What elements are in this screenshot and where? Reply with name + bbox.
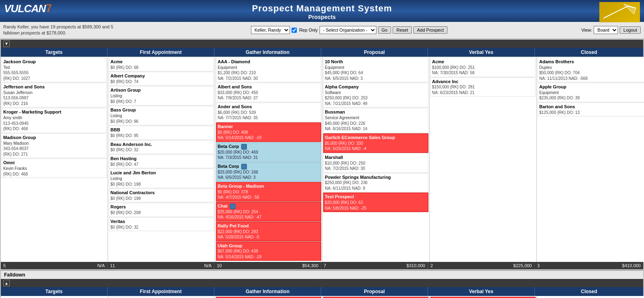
prospect-card[interactable]: Albert Company $0 {RK} DO: 74 — [109, 72, 214, 86]
prospect-card[interactable]: Madison Group Mary Madison 343-554-8037 … — [2, 133, 107, 158]
prospect-card[interactable]: Garlich ECommerce Sales Group $5,000 {RK… — [323, 133, 428, 153]
footer-targets: 5N/A — [1, 262, 108, 269]
prospect-card[interactable]: Rogers $0 {RK} DO: 208 — [109, 203, 214, 217]
falldown-toggle-button[interactable]: ▲ — [3, 280, 10, 286]
prospect-card[interactable]: Artison Group Listing $0 {RK} DO: 7 — [109, 86, 214, 105]
main-section-toggle-row: ▼ — [1, 40, 643, 48]
fd-closed-column: No Prospects Found — [537, 296, 644, 298]
go-button[interactable]: Go — [378, 26, 391, 34]
fd-first-appt-column: Art Paper $0 {RK} DO: 68 Luc Mailloux $6… — [108, 296, 215, 298]
rep-select[interactable]: Keller, Randy — [251, 26, 290, 34]
prospect-card[interactable]: Alpha Company Software $250,000 {RK} DO:… — [323, 83, 428, 107]
prospect-card[interactable]: Adams Brothers Duplex $50,000 {RK} DO: 7… — [538, 58, 644, 82]
fd-col-header-gather: Gather Information — [214, 287, 321, 296]
logo: VULCAN7 — [4, 2, 52, 15]
prospect-card[interactable]: Jefferson and Sons Susan Jefferson 513-5… — [2, 83, 107, 107]
prospect-card[interactable]: Acme $100,000 {RK} DO: 251 NA: 7/30/2015… — [430, 58, 536, 77]
prospect-card[interactable]: Bass Group Listing $0 {RK} DO: 96 — [109, 106, 214, 125]
drag-icon[interactable] — [230, 204, 236, 209]
logo-number: 7 — [45, 2, 52, 15]
prospect-card[interactable]: Lucie and Jim Berton Listing $0 {RK} DO:… — [109, 169, 214, 188]
app-subtitle: Prospects — [0, 14, 644, 20]
main-col-headers: Targets First Appointment Gather Informa… — [1, 48, 643, 57]
prospect-card[interactable]: Kroger - Marketing Support Amy smith 513… — [2, 108, 107, 133]
fd-proposal-column: Garlich ECommerce Sales Group $5,000 {RK… — [322, 296, 429, 298]
rep-only-label: Rep Only — [299, 28, 318, 32]
app-title: Prospect Management System — [0, 3, 644, 14]
prospect-card[interactable]: Utah Group $67,000 {RK} DO: 438 NA: 5/14… — [216, 242, 321, 261]
falldown-board-grid: No Prospects Found Art Paper $0 {RK} DO:… — [1, 296, 643, 298]
user-message: Randy Keller, you have 19 prospects at $… — [3, 24, 117, 36]
prospect-card[interactable]: Marshall $10,000 {RK} DO: 250 NA: 7/2/20… — [323, 153, 428, 173]
falldown-toggle-row: ▲ — [1, 279, 643, 287]
col-header-first-appt: First Appointment — [108, 48, 214, 57]
targets-column: Jackson Group Ted 555-555-5555 {RK} DO: … — [1, 57, 108, 262]
footer-first-appt: 11N/A — [108, 262, 214, 269]
main-toggle-button[interactable]: ▼ — [3, 41, 10, 47]
svg-marker-0 — [624, 4, 636, 14]
main-footer-row: 5N/A 11N/A 10$54,300 7$310,000 2$225,000… — [1, 262, 643, 269]
rep-only-checkbox[interactable] — [292, 28, 297, 33]
prospect-card[interactable]: Beau Anderson Inc. $0 {RK} DO: 32 — [109, 140, 214, 154]
footer-gather: 10$54,300 — [214, 262, 321, 269]
toolbar-center: Keller, Randy Rep Only - Select Organiza… — [251, 26, 447, 34]
footer-verbal: 2$225,000 — [428, 262, 535, 269]
closed-column: Adams Brothers Duplex $50,000 {RK} DO: 7… — [537, 57, 644, 262]
first-appt-column: Acme $0 {RK} DO: 68 Albert Company $0 {R… — [108, 57, 215, 262]
prospect-card[interactable]: Veritas $0 {RK} DO: 32 — [109, 217, 214, 231]
main-board-grid: Jackson Group Ted 555-555-5555 {RK} DO: … — [1, 57, 643, 262]
prospect-card[interactable]: Bussman Service Agreement $40,000 {RK} D… — [323, 108, 428, 133]
reset-button[interactable]: Reset — [393, 26, 412, 34]
fd-targets-column: No Prospects Found — [1, 296, 108, 298]
logout-button[interactable]: Logout — [620, 26, 641, 34]
prospect-card[interactable]: Banner $0 {RK} DO: 408 NA: 5/14/2015 NAD… — [216, 122, 321, 142]
prospect-card[interactable]: Ander and Sons $6,000 {RK} DO: 539 NA: 7… — [216, 103, 321, 122]
prospect-card[interactable]: Beta Corp $20,000 {RK} DO: 469 NA: 7/3/2… — [216, 142, 321, 162]
falldown-label: Falldown — [1, 270, 643, 279]
fd-col-header-targets: Targets — [1, 287, 108, 296]
prospect-card[interactable]: Jackson Group Ted 555-555-5555 {RK} DO: … — [2, 58, 107, 82]
drag-icon[interactable] — [241, 144, 247, 150]
fd-col-header-proposal: Proposal — [321, 287, 428, 296]
prospect-card[interactable]: Albert and Sons $33,000 {RK} DO: 455 NA:… — [216, 83, 321, 102]
col-header-gather: Gather Information — [214, 48, 321, 57]
fd-verbal-column: Zaring Equipment $250,000 {RK} DO: 48 NA… — [430, 296, 536, 298]
prospect-card[interactable]: Omni Kevin Franks {RK} DO: 468 — [2, 159, 107, 178]
col-header-proposal: Proposal — [321, 48, 428, 57]
prospect-card[interactable]: Beta Group - Madison $0 {RK} DO: 378 NA:… — [216, 182, 321, 202]
add-prospect-button[interactable]: Add Prospect — [413, 26, 447, 34]
prospect-card[interactable]: Ben Hasting $0 {RK} DO: 47 — [109, 154, 214, 168]
gather-info-column: AAA - Diamond Equipment $1,200 {RK} DO: … — [215, 57, 322, 262]
app-header: VULCAN7 Prospect Management System Prosp… — [0, 0, 644, 22]
prospect-card[interactable]: Advance Inc $150,000 {RK} DO: 281 NA: 6/… — [430, 77, 536, 97]
prospect-card[interactable]: Apple Group Equipment $235,000 {RK} DO: … — [538, 83, 644, 102]
verbal-yes-column: Acme $100,000 {RK} DO: 251 NA: 7/30/2015… — [430, 57, 536, 262]
col-header-closed: Closed — [535, 48, 643, 57]
footer-proposal: 7$310,000 — [321, 262, 428, 269]
prospect-card[interactable]: Powder Springs Manufacturing $250,000 {R… — [323, 173, 428, 193]
prospect-card[interactable]: Rally Pet Food $22,000 {RK} DO: 293 NA: … — [216, 222, 321, 241]
drag-icon[interactable] — [241, 164, 247, 169]
prospect-card[interactable]: Chat $25,000 {RK} DO: 254 NA: 4/16/2015 … — [216, 202, 321, 221]
prospect-card[interactable]: Acme $0 {RK} DO: 68 — [109, 58, 214, 71]
header-chart — [599, 2, 640, 22]
fd-col-header-verbal: Verbal Yes — [428, 287, 535, 296]
toolbar-right: View: Board List Logout — [581, 26, 641, 34]
footer-closed: 3$410,000 — [535, 262, 643, 269]
prospect-card[interactable]: BBB $0 {RK} DO: 95 — [109, 126, 214, 139]
logo-text: VULCAN — [4, 2, 45, 15]
prospect-card[interactable]: Barton and Sons $125,000 {RK} DO: 13 — [538, 103, 644, 116]
org-select[interactable]: - Select Organization - — [320, 26, 376, 34]
prospect-card[interactable]: Beta Corp $33,000 {RK} DO: 166 NA: 6/5/2… — [216, 162, 321, 182]
prospect-card[interactable]: Test Prospect $20,000 {RK} DO: 62 NA: 5/… — [323, 193, 428, 212]
proposal-column: 10 North Equipment $45,000 {RK} DO: 64 N… — [322, 57, 429, 262]
prospect-card[interactable]: 10 North Equipment $45,000 {RK} DO: 64 N… — [323, 58, 428, 82]
col-header-targets: Targets — [1, 48, 108, 57]
main-content: ▼ Targets First Appointment Gather Infor… — [0, 39, 644, 298]
view-select[interactable]: Board List — [594, 26, 618, 34]
prospect-card[interactable]: AAA - Diamond Equipment $1,200 {RK} DO: … — [216, 58, 321, 82]
fd-col-header-closed: Closed — [535, 287, 643, 296]
fd-col-header-first-appt: First Appointment — [108, 287, 214, 296]
falldown-col-headers: Targets First Appointment Gather Informa… — [1, 287, 643, 296]
prospect-card[interactable]: National Contractors $0 {RK} DO: 198 — [109, 189, 214, 202]
